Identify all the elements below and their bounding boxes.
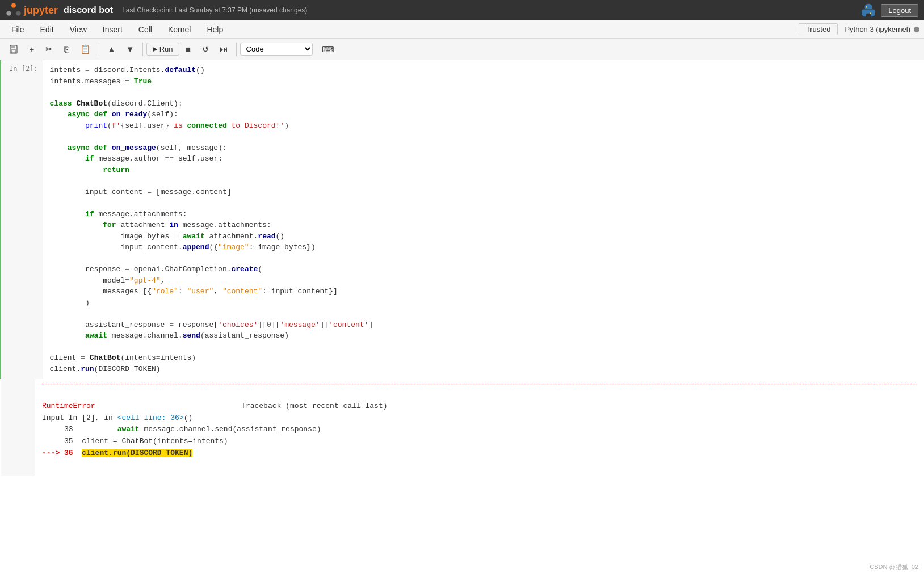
restart-run-button[interactable]: ⏭ xyxy=(215,41,233,57)
svg-rect-7 xyxy=(11,50,16,53)
error-title: RuntimeError xyxy=(42,402,95,410)
svg-point-1 xyxy=(6,11,11,15)
run-icon: ▶ xyxy=(153,45,157,53)
notebook-content: In [2]: intents = discord.Intents.defaul… xyxy=(0,60,924,476)
svg-point-0 xyxy=(11,3,16,7)
toolbar-separator-1 xyxy=(99,43,99,56)
menu-cell[interactable]: Cell xyxy=(132,23,159,36)
toolbar: + ✂ ⎘ 📋 ▲ ▼ ▶ Run ■ ↺ ⏭ Code Markdown Ra… xyxy=(0,39,924,60)
jupyter-logo-icon xyxy=(6,2,22,18)
svg-point-2 xyxy=(16,11,20,15)
output-gutter xyxy=(1,379,35,476)
traceback-label: Traceback (most recent call last) xyxy=(241,402,387,410)
move-up-button[interactable]: ▲ xyxy=(103,41,120,57)
watermark-text: CSDN @猎狐_02 xyxy=(870,563,918,570)
code-block: intents = discord.Intents.default() inte… xyxy=(50,65,917,374)
keyboard-shortcuts-button[interactable]: ⌨ xyxy=(317,41,339,57)
code-cell-main: In [2]: intents = discord.Intents.defaul… xyxy=(0,60,924,379)
run-label: Run xyxy=(159,45,173,53)
toolbar-separator-2 xyxy=(142,43,143,56)
input-line: Input In [2], in <cell line: 36>() xyxy=(42,414,192,422)
menu-file[interactable]: File xyxy=(5,23,31,36)
highlighted-line: client.run(DISCORD_TOKEN) xyxy=(82,449,192,457)
error-separator xyxy=(42,384,917,384)
paste-button[interactable]: 📋 xyxy=(75,41,95,57)
cell-gutter: In [2]: xyxy=(1,60,43,379)
output-cell-error: RuntimeError Traceback (most recent call… xyxy=(0,379,924,476)
svg-point-3 xyxy=(866,6,867,8)
toolbar-separator-3 xyxy=(236,43,237,56)
menu-insert[interactable]: Insert xyxy=(96,23,129,36)
kernel-status-dot xyxy=(914,27,919,32)
svg-rect-6 xyxy=(11,45,15,48)
checkpoint-info: Last Checkpoint: Last Sunday at 7:37 PM … xyxy=(122,6,307,14)
arrow-line: ---> 36 client.run(DISCORD_TOKEN) xyxy=(42,449,192,457)
menu-bar: File Edit View Insert Cell Kernel Help T… xyxy=(0,20,924,39)
save-button[interactable] xyxy=(5,41,23,57)
add-cell-above-button[interactable]: + xyxy=(24,41,40,57)
error-traceback: RuntimeError Traceback (most recent call… xyxy=(42,389,917,471)
watermark: CSDN @猎狐_02 xyxy=(870,563,918,571)
trusted-button[interactable]: Trusted xyxy=(799,23,838,35)
move-down-button[interactable]: ▼ xyxy=(121,41,139,57)
restart-button[interactable]: ↺ xyxy=(198,41,214,57)
line35: 35 client = ChatBot(intents=intents) xyxy=(42,437,228,445)
jupyter-logo: jupyter xyxy=(6,2,58,18)
menu-help[interactable]: Help xyxy=(200,23,230,36)
kernel-label: Python 3 (ipykernel) xyxy=(845,25,910,33)
cell-in-prompt: In [2]: xyxy=(9,65,38,73)
run-button[interactable]: ▶ Run xyxy=(146,43,179,56)
menu-edit[interactable]: Edit xyxy=(33,23,61,36)
python-logo-icon xyxy=(860,2,876,18)
output-error-content: RuntimeError Traceback (most recent call… xyxy=(35,379,924,476)
cell-code-content[interactable]: intents = discord.Intents.default() inte… xyxy=(43,60,924,379)
cut-button[interactable]: ✂ xyxy=(41,41,57,57)
cell-type-select[interactable]: Code Markdown Raw NBConvert Heading xyxy=(240,43,313,56)
logout-button[interactable]: Logout xyxy=(881,4,918,17)
menu-kernel[interactable]: Kernel xyxy=(161,23,198,36)
notebook-title: discord bot xyxy=(64,5,113,15)
menu-view[interactable]: View xyxy=(63,23,94,36)
copy-button[interactable]: ⎘ xyxy=(58,41,74,57)
jupyter-text: jupyter xyxy=(24,5,58,16)
svg-point-4 xyxy=(870,12,871,14)
top-header-bar: jupyter discord bot Last Checkpoint: Las… xyxy=(0,0,924,20)
kernel-info: Python 3 (ipykernel) xyxy=(845,25,919,33)
line33: 33 await message.channel.send(assistant_… xyxy=(42,425,321,433)
stop-button[interactable]: ■ xyxy=(180,41,196,57)
